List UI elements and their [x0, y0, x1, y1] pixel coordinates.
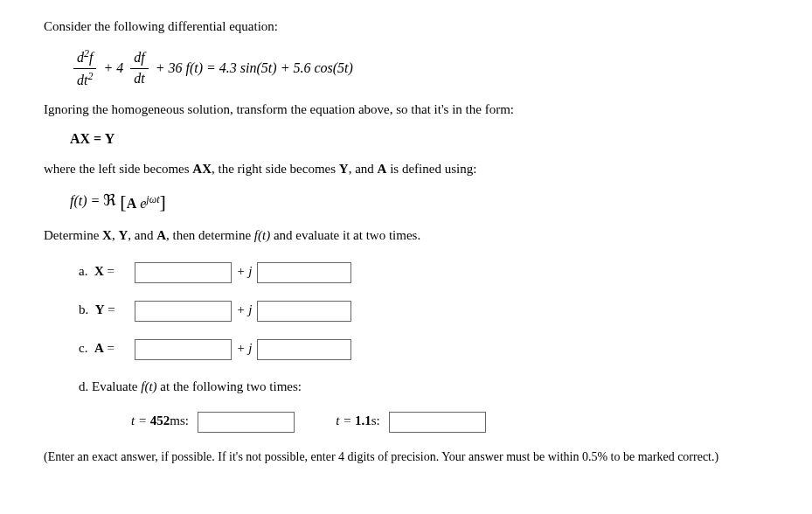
line-transform: Ignoring the homogeneous solution, trans…: [44, 101, 768, 119]
part-d: d. Evaluate f(t) at the following two ti…: [79, 378, 768, 396]
note-text: (Enter an exact answer, if possible. If …: [44, 448, 768, 466]
line-determine: Determine X, Y, and A, then determine f(…: [44, 226, 768, 245]
plus-j-label: + j: [237, 341, 253, 355]
line-definition: where the left side becomes AX, the righ…: [44, 160, 768, 178]
a-real-input[interactable]: [135, 339, 232, 360]
x-imag-input[interactable]: [257, 262, 351, 283]
part-c: c. A = + j: [79, 339, 768, 360]
x-real-input[interactable]: [135, 262, 232, 283]
ft-definition: f(t) = ℜ [A ejωt]: [70, 189, 768, 216]
eval-row: t = 452ms: t = 1.1s:: [131, 412, 768, 433]
intro-text: Consider the following differential equa…: [44, 17, 768, 36]
t2-input[interactable]: [389, 412, 486, 433]
plus-j-label: + j: [237, 302, 253, 316]
part-a: a. X = + j: [79, 262, 768, 283]
a-imag-input[interactable]: [257, 339, 351, 360]
t1-input[interactable]: [198, 412, 295, 433]
differential-equation: d2f dt2 + 4 df dt + 36 f(t) = 4.3 sin(5t…: [70, 46, 768, 90]
y-real-input[interactable]: [135, 301, 232, 322]
axy-equation: AX = Y: [70, 129, 768, 149]
part-b: b. Y = + j: [79, 301, 768, 322]
plus-j-label: + j: [237, 264, 253, 278]
y-imag-input[interactable]: [257, 301, 351, 322]
